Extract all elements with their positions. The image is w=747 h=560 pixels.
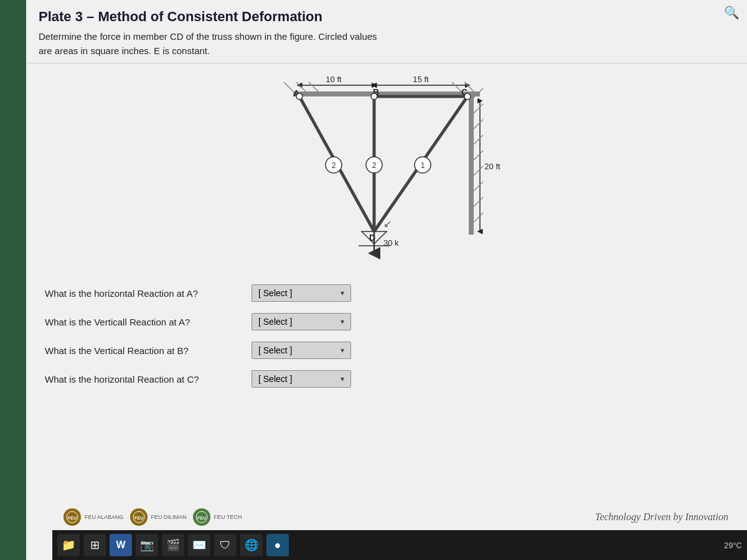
svg-text:10 ft: 10 ft [326,75,342,84]
svg-text:2: 2 [332,161,336,170]
problem-description: Determine the force in member CD of the … [39,30,735,58]
svg-text:15 ft: 15 ft [413,75,429,84]
main-content: 🔍 Plate 3 – Method of Consistent Deforma… [26,0,747,560]
svg-text:2: 2 [372,161,377,170]
svg-text:FEU: FEU [197,516,206,520]
feu-tech-logo: FEU [193,508,210,526]
logo-label-1: FEU ALABANG [85,514,124,520]
svg-line-10 [452,82,461,91]
taskbar-circle-icon[interactable]: ● [266,534,289,556]
taskbar-temperature: 29°C [724,541,742,550]
diagram-container: 10 ft 15 ft 20 ft [39,73,735,272]
svg-rect-12 [469,91,474,235]
logo-icon-1: FEU [66,511,78,523]
q1-select-text: [ Select ] [258,288,292,298]
svg-line-18 [474,166,483,175]
content-area: 10 ft 15 ft 20 ft [26,63,747,405]
page-title: Plate 3 – Method of Consistent Deformati… [39,9,735,25]
qa-row-4: What is the horizontal Reaction at C? [ … [45,370,728,388]
svg-text:20 ft: 20 ft [484,162,500,171]
taskbar-film-icon[interactable]: 🎬 [162,534,184,556]
sidebar [0,0,26,560]
truss-svg: 10 ft 15 ft 20 ft [231,73,542,266]
qa-row-1: What is the horizontal Reaction at A? [ … [45,284,728,302]
q2-select-text: [ Select ] [258,317,292,327]
taskbar-home-icon[interactable]: ⊞ [83,534,106,556]
taskbar-word-icon[interactable]: W [110,534,132,556]
svg-text:FEU: FEU [134,516,143,520]
feu-alabang-logo: FEU [63,508,81,526]
logo-label-2: FEU DILIMAN [151,514,187,520]
svg-line-14 [474,104,483,113]
truss-diagram: 10 ft 15 ft 20 ft [231,73,542,272]
q3-chevron-icon: ▾ [341,346,344,355]
q2-label: What is the Verticall Reaction at A? [45,317,244,327]
taskbar-shield-icon[interactable]: 🛡 [214,534,237,556]
svg-line-21 [474,213,483,222]
svg-text:1: 1 [421,161,425,170]
svg-text:FEU: FEU [68,516,77,520]
svg-point-36 [296,93,303,100]
q3-select[interactable]: [ Select ] ▾ [251,342,351,359]
svg-text:↙: ↙ [383,218,392,229]
q1-chevron-icon: ▾ [341,289,344,297]
qa-row-2: What is the Verticall Reaction at A? [ S… [45,313,728,330]
tagline: Technology Driven by Innovation [595,511,728,523]
feu-diliman-logo: FEU [130,508,148,526]
taskbar: 📁 ⊞ W 📷 🎬 ✉️ 🛡 🌐 ● 29°C [52,530,747,560]
logo-area: FEU FEU ALABANG FEU FEU DILIMAN FEU FEU … [63,508,242,526]
qa-row-3: What is the Vertical Reaction at B? [ Se… [45,342,728,359]
taskbar-browser-icon[interactable]: 🌐 [240,534,263,556]
search-icon[interactable]: 🔍 [724,5,740,20]
svg-line-20 [474,197,483,207]
svg-line-9 [309,82,318,91]
svg-line-17 [474,151,483,160]
q4-select[interactable]: [ Select ] ▾ [251,370,351,388]
taskbar-files-icon[interactable]: 📁 [57,534,80,556]
header: Plate 3 – Method of Consistent Deformati… [26,0,747,63]
q3-label: What is the Vertical Reaction at B? [45,345,244,356]
svg-point-37 [371,93,377,100]
q1-label: What is the horizontal Reaction at A? [45,288,244,299]
taskbar-mail-icon[interactable]: ✉️ [188,534,210,556]
taskbar-camera-icon[interactable]: 📷 [136,534,158,556]
q4-chevron-icon: ▾ [341,375,344,383]
q1-select[interactable]: [ Select ] ▾ [251,284,351,302]
svg-line-15 [474,119,483,129]
svg-line-16 [474,135,483,144]
qa-section: What is the horizontal Reaction at A? [ … [39,284,735,399]
q4-select-text: [ Select ] [258,374,292,384]
svg-line-19 [474,182,483,191]
logo-icon-2: FEU [133,511,145,523]
q2-chevron-icon: ▾ [341,317,344,326]
q4-label: What is the horizontal Reaction at C? [45,374,244,385]
logo-label-3: FEU TECH [214,514,242,520]
svg-line-7 [284,82,293,91]
svg-point-38 [464,93,471,100]
q3-select-text: [ Select ] [258,345,292,355]
q2-select[interactable]: [ Select ] ▾ [251,313,351,330]
logo-icon-3: FEU [195,511,208,523]
